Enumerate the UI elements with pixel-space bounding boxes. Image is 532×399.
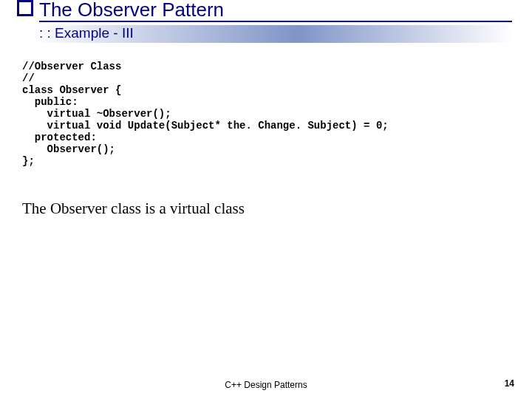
slide-title: The Observer Pattern — [39, 0, 224, 21]
footer-text: C++ Design Patterns — [0, 380, 532, 390]
page-number: 14 — [505, 378, 514, 389]
title-underline — [39, 21, 512, 22]
code-listing: //Observer Class // class Observer { pub… — [22, 61, 389, 167]
slide-subtitle: : : Example - III — [39, 24, 134, 42]
slide: The Observer Pattern : : Example - III /… — [0, 0, 532, 399]
body-paragraph: The Observer class is a virtual class — [22, 200, 245, 218]
title-bullet-square — [17, 0, 33, 16]
